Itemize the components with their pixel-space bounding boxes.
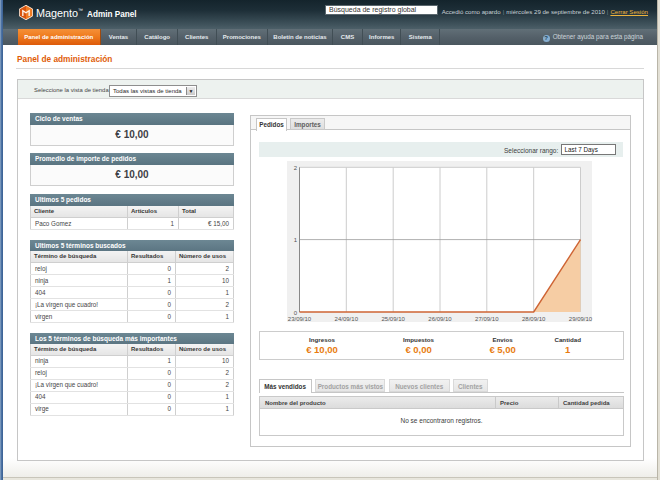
svg-text:25/09/10: 25/09/10 (382, 316, 406, 322)
svg-text:29/09/10: 29/09/10 (569, 316, 593, 322)
svg-text:23/09/10: 23/09/10 (288, 316, 312, 322)
svg-text:26/09/10: 26/09/10 (428, 316, 452, 322)
svg-text:27/09/10: 27/09/10 (475, 316, 499, 322)
svg-text:28/09/10: 28/09/10 (522, 316, 546, 322)
svg-text:24/09/10: 24/09/10 (335, 316, 359, 322)
